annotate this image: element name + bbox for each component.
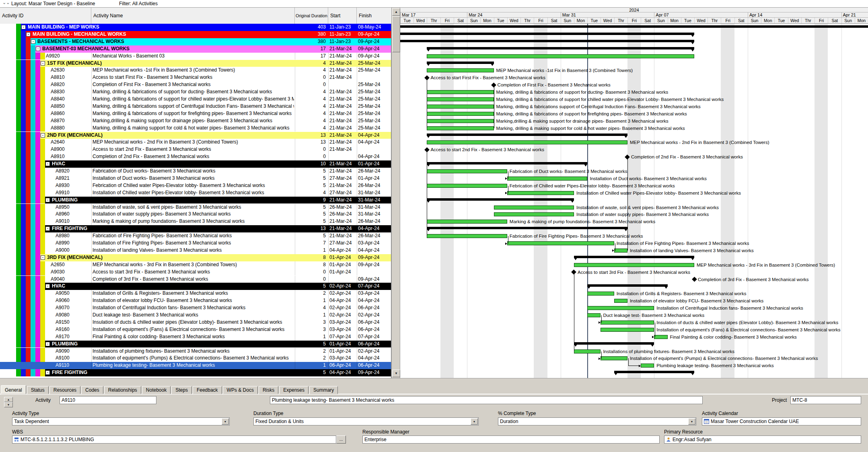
group-band-row[interactable]: -FIRE FIGHTING504-Apr-2409-Apr-24	[0, 369, 391, 376]
table-row[interactable]: A2640MEP Mechanical works - 2nd Fix in B…	[0, 139, 391, 146]
table-row[interactable]: A8820Completion of First Fix - Basement …	[0, 81, 391, 88]
activity-id-field[interactable]: A9110	[60, 396, 156, 404]
group-band-row[interactable]: -MAIN BUILDING - MECHANICAL WORKS38011-J…	[0, 31, 391, 38]
table-row[interactable]: A9080Duct leakage test- Basement 3 Mecha…	[0, 312, 391, 319]
wbs-field[interactable]: MTC-8.5.1.2.1.1.1.3.2 PLUMBING	[12, 436, 336, 444]
table-row[interactable]: A9050Installation of Grills & Registers-…	[0, 290, 391, 297]
gantt-task-bar[interactable]	[427, 112, 494, 116]
group-band-row[interactable]: -BASEMENTS - MECHANICAL WORKS38011-Jan-2…	[0, 38, 391, 45]
collapse-toggle-icon[interactable]: -	[21, 25, 26, 29]
column-header-finish[interactable]: Finish	[357, 8, 391, 24]
gantt-summary-bar[interactable]	[400, 40, 694, 42]
scroll-up-icon[interactable]: ▲	[392, 8, 400, 16]
group-band-row[interactable]: -3RD FIX (MECHANICAL)801-Apr-2409-Apr-24	[0, 254, 391, 261]
gantt-task-bar[interactable]	[427, 68, 494, 72]
table-row[interactable]: A9090Installations of plumbing fixtures-…	[0, 348, 391, 355]
scroll-down-icon[interactable]: ▼	[392, 370, 400, 377]
collapse-toggle-icon[interactable]: -	[36, 47, 40, 51]
gantt-summary-bar[interactable]	[427, 134, 627, 136]
collapse-toggle-icon[interactable]: -	[26, 32, 31, 37]
gantt-summary-bar[interactable]	[427, 198, 574, 201]
table-row[interactable]: A8950Installation of waste, soil & vent …	[0, 204, 391, 211]
gantt-task-bar[interactable]	[427, 220, 507, 224]
group-band-row[interactable]: -MAIN BUILDING - MEP WORKS40311-Jan-2308…	[0, 24, 391, 31]
table-row[interactable]: A8980Fabrication of Fire Fighting Pipes-…	[0, 232, 391, 240]
gantt-task-bar[interactable]	[427, 54, 694, 58]
table-row[interactable]: A9110Plumbing leakage testing- Basement …	[0, 362, 391, 369]
chevron-down-icon[interactable]: ▼	[471, 418, 478, 425]
gantt-summary-bar[interactable]	[427, 162, 587, 164]
gantt-task-bar[interactable]	[614, 249, 627, 253]
tab-risks[interactable]: Risks	[259, 386, 278, 394]
table-row[interactable]: A8930Febrication of Chilled water Pipes-…	[0, 182, 391, 189]
collapse-toggle-icon[interactable]: -	[41, 255, 45, 260]
gantt-task-bar[interactable]	[507, 177, 587, 181]
responsible-manager-field[interactable]: Enterprise	[362, 436, 660, 444]
tab-notebook[interactable]: Notebook	[142, 386, 171, 394]
tab-relationships[interactable]: Relationships	[104, 386, 141, 394]
group-band-row[interactable]: -PLUMBING501-Apr-2406-Apr-24	[0, 341, 391, 348]
pct-complete-type-dropdown[interactable]: Duration ▼	[498, 417, 696, 425]
column-header-activity-id[interactable]: Activity ID	[0, 8, 91, 24]
gantt-task-bar[interactable]	[427, 97, 494, 101]
gantt-task-bar[interactable]	[601, 328, 654, 332]
table-row[interactable]: A9060Installation of elevator lobby FCU-…	[0, 297, 391, 304]
scrollbar-thumb[interactable]	[392, 16, 400, 52]
table-row[interactable]: A9150Insulation of ducts & chilled water…	[0, 319, 391, 326]
group-band-row[interactable]: -PLUMBING921-Mar-2431-Mar-24	[0, 197, 391, 204]
activity-calendar-field[interactable]: Masar Tower Construction Calendar UAE	[702, 417, 861, 425]
wbs-browse-button[interactable]: ...	[336, 436, 346, 444]
gantt-task-bar[interactable]	[427, 169, 507, 173]
table-row[interactable]: A8880Marking, drilling & making support …	[0, 125, 391, 132]
primary-resource-field[interactable]: Engr:Asad Sufyan	[664, 436, 861, 444]
tab-feedback[interactable]: Feedback	[193, 386, 222, 394]
table-row[interactable]: A8810Access to start First Fix - Basemen…	[0, 74, 391, 81]
tab-expenses[interactable]: Expenses	[279, 386, 309, 394]
gantt-task-bar[interactable]	[427, 234, 507, 238]
table-row[interactable]: A9030Access to start 3rd Fix - Basement …	[0, 269, 391, 276]
gantt-task-bar[interactable]	[427, 105, 494, 109]
gantt-summary-bar[interactable]	[427, 227, 627, 229]
tab-general[interactable]: General	[1, 385, 26, 394]
table-row[interactable]: A8990Installation of Fire Fighting Pipes…	[0, 240, 391, 247]
gantt-task-bar[interactable]	[601, 356, 627, 360]
table-row[interactable]: A9920Mechanical Works - Basement 031721-…	[0, 53, 391, 60]
collapse-toggle-icon[interactable]: -	[45, 342, 50, 346]
gantt-task-bar[interactable]	[587, 313, 601, 317]
table-row[interactable]: A2630MEP Mechanical works -1st Fix in Ba…	[0, 67, 391, 74]
table-row[interactable]: A8920Fabrication of Duct works- Basement…	[0, 168, 391, 175]
group-band-row[interactable]: -BASEMENT-03 MECHANICAL WORKS1721-Mar-24…	[0, 45, 391, 53]
group-band-row[interactable]: -FIRE FIGHTING1321-Mar-2404-Apr-24	[0, 225, 391, 232]
tab-steps[interactable]: Steps	[171, 386, 192, 394]
activity-name-field[interactable]: Plumbing leakage testing- Basement 3 Mec…	[270, 396, 703, 404]
group-band-row[interactable]: -2ND FIX (MECHANICAL)1321-Mar-2404-Apr-2…	[0, 132, 391, 139]
gantt-task-bar[interactable]	[601, 321, 654, 325]
table-row[interactable]: A9910Installation of Chilled water Pipes…	[0, 189, 391, 197]
table-row[interactable]: A8870Marking,drilling & making support f…	[0, 117, 391, 125]
gantt-summary-bar[interactable]	[574, 256, 694, 258]
gantt-task-bar[interactable]	[587, 292, 614, 296]
gantt-task-bar[interactable]	[614, 299, 627, 303]
table-row[interactable]: A8840Marking, drilling & fabrications of…	[0, 96, 391, 103]
pane-splitter[interactable]	[0, 378, 868, 385]
collapse-toggle-icon[interactable]: -	[45, 370, 50, 375]
table-row[interactable]: A9160Installation of equipment's (Fans) …	[0, 326, 391, 333]
nav-down-icon[interactable]: ▼	[4, 402, 13, 407]
collapse-toggle-icon[interactable]: -	[41, 61, 45, 66]
gantt-task-bar[interactable]	[587, 306, 654, 310]
gantt-summary-bar[interactable]	[427, 47, 694, 49]
collapse-toggle-icon[interactable]: -	[45, 162, 50, 166]
record-navigator[interactable]: ▲ ▼	[4, 397, 13, 407]
nav-up-icon[interactable]: ▲	[4, 397, 13, 402]
tab-status[interactable]: Status	[27, 386, 49, 394]
gantt-milestone-icon[interactable]	[692, 277, 697, 282]
tab-resources[interactable]: Resources	[49, 386, 80, 394]
column-header-original-duration[interactable]: Original Duration	[295, 8, 328, 24]
collapse-toggle-icon[interactable]: -	[45, 198, 50, 202]
tab-codes[interactable]: Codes	[81, 386, 103, 394]
gantt-task-bar[interactable]	[574, 349, 601, 353]
gantt-summary-bar[interactable]	[587, 284, 667, 287]
table-row[interactable]: A9010Marking & making of pump foundation…	[0, 218, 391, 225]
gantt-task-bar[interactable]	[427, 140, 627, 144]
gantt-task-bar[interactable]	[641, 364, 654, 368]
